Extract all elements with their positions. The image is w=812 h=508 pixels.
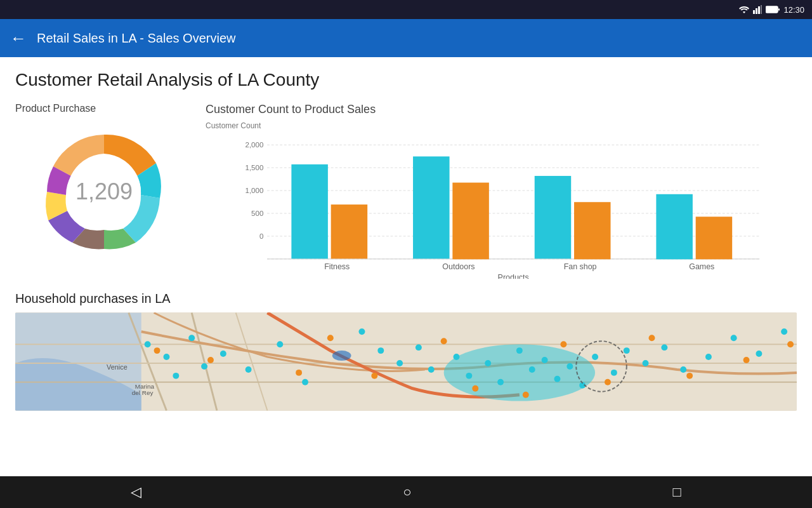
- page-title: Customer Retail Analysis of LA County: [15, 70, 797, 90]
- svg-text:Fitness: Fitness: [324, 262, 350, 271]
- svg-point-74: [781, 328, 787, 335]
- svg-text:Products: Products: [498, 273, 529, 279]
- bar-chart-section: Customer Count to Product Sales Customer…: [206, 103, 797, 279]
- svg-point-47: [246, 366, 252, 373]
- charts-row: Product Purchase: [15, 103, 797, 279]
- status-time: 12:30: [783, 5, 804, 15]
- svg-rect-1: [756, 8, 757, 14]
- svg-point-85: [649, 335, 655, 341]
- donut-section-title: Product Purchase: [15, 103, 193, 114]
- svg-point-41: [145, 341, 151, 347]
- svg-point-63: [566, 363, 573, 370]
- svg-rect-5: [767, 8, 776, 12]
- svg-point-54: [428, 366, 435, 373]
- svg-point-55: [454, 354, 460, 360]
- map-section: Household purchases in LA: [15, 291, 797, 411]
- svg-rect-25: [535, 176, 572, 258]
- y-axis-label: Customer Count: [206, 121, 797, 130]
- svg-point-50: [358, 328, 365, 335]
- svg-text:500: 500: [251, 210, 263, 217]
- svg-rect-19: [291, 164, 328, 259]
- svg-point-76: [207, 357, 214, 363]
- donut-section: Product Purchase: [15, 103, 193, 279]
- bar-chart-title: Customer Count to Product Sales: [206, 103, 797, 116]
- svg-point-66: [611, 370, 617, 376]
- svg-point-65: [592, 354, 598, 360]
- app-bar: ← Retail Sales in LA - Sales Overview: [0, 19, 812, 57]
- svg-rect-28: [656, 194, 693, 260]
- svg-rect-26: [574, 202, 611, 259]
- svg-point-81: [472, 385, 478, 392]
- donut-center-value: 1,209: [75, 178, 133, 205]
- svg-text:Fan shop: Fan shop: [564, 262, 597, 271]
- svg-point-59: [516, 347, 523, 354]
- svg-rect-0: [753, 10, 755, 14]
- svg-point-48: [277, 341, 283, 347]
- bar-chart-svg: 2,000 1,500 1,000 500 0 Fitness: [206, 133, 797, 279]
- donut-chart: 1,209: [34, 122, 174, 262]
- svg-point-67: [624, 347, 630, 354]
- svg-point-72: [731, 335, 737, 341]
- svg-text:Outdoors: Outdoors: [442, 262, 475, 271]
- svg-point-53: [416, 344, 422, 351]
- wifi-icon: [739, 6, 749, 13]
- svg-point-49: [302, 379, 308, 385]
- map-title: Household purchases in LA: [15, 291, 797, 306]
- svg-point-62: [554, 376, 560, 382]
- svg-point-73: [756, 351, 762, 357]
- svg-point-88: [787, 341, 794, 347]
- svg-point-83: [560, 341, 566, 347]
- svg-rect-29: [696, 217, 733, 259]
- svg-point-45: [173, 373, 179, 379]
- main-content: Customer Retail Analysis of LA County Pr…: [0, 57, 812, 476]
- svg-point-60: [529, 366, 535, 373]
- battery-icon: [766, 6, 780, 13]
- nav-recent-button[interactable]: □: [673, 484, 681, 500]
- svg-point-86: [686, 373, 693, 379]
- svg-point-51: [377, 347, 384, 354]
- svg-point-58: [497, 379, 504, 385]
- svg-point-52: [396, 360, 403, 366]
- svg-text:1,000: 1,000: [246, 187, 264, 194]
- svg-point-46: [220, 351, 226, 357]
- svg-point-39: [332, 351, 351, 361]
- svg-point-43: [188, 335, 195, 341]
- app-bar-title: Retail Sales in LA - Sales Overview: [37, 31, 235, 46]
- svg-point-75: [154, 347, 160, 354]
- svg-point-61: [542, 357, 548, 363]
- svg-point-77: [296, 370, 302, 376]
- svg-point-80: [441, 338, 447, 344]
- svg-point-56: [466, 373, 472, 379]
- svg-point-57: [485, 360, 491, 366]
- status-bar: 12:30: [0, 0, 812, 19]
- svg-rect-3: [761, 5, 762, 14]
- svg-point-44: [201, 363, 207, 370]
- svg-text:0: 0: [259, 232, 263, 240]
- status-icons: 12:30: [739, 5, 804, 15]
- nav-back-button[interactable]: ◁: [131, 484, 141, 500]
- bar-chart-wrapper: 2,000 1,500 1,000 500 0 Fitness: [206, 133, 797, 279]
- signal-icon: [753, 5, 762, 14]
- back-button[interactable]: ←: [10, 30, 27, 46]
- svg-rect-20: [331, 204, 368, 258]
- svg-text:2,000: 2,000: [246, 141, 264, 149]
- svg-point-82: [523, 392, 529, 398]
- nav-home-button[interactable]: ○: [403, 484, 411, 500]
- svg-point-87: [743, 357, 750, 363]
- svg-point-78: [327, 335, 334, 341]
- nav-bar: ◁ ○ □: [0, 476, 812, 508]
- svg-rect-2: [758, 6, 760, 14]
- svg-text:Games: Games: [689, 262, 714, 271]
- map-svg: Venice Marina del Rey: [15, 312, 797, 411]
- svg-point-68: [643, 360, 649, 366]
- svg-rect-22: [413, 156, 450, 258]
- svg-point-42: [163, 354, 169, 360]
- svg-text:Venice: Venice: [107, 363, 128, 371]
- svg-point-69: [661, 344, 667, 351]
- svg-point-84: [605, 379, 611, 385]
- svg-text:del Rey: del Rey: [132, 389, 154, 396]
- svg-point-79: [371, 373, 377, 379]
- map-container[interactable]: Venice Marina del Rey: [15, 312, 797, 411]
- svg-point-70: [680, 366, 686, 373]
- svg-rect-23: [452, 183, 489, 260]
